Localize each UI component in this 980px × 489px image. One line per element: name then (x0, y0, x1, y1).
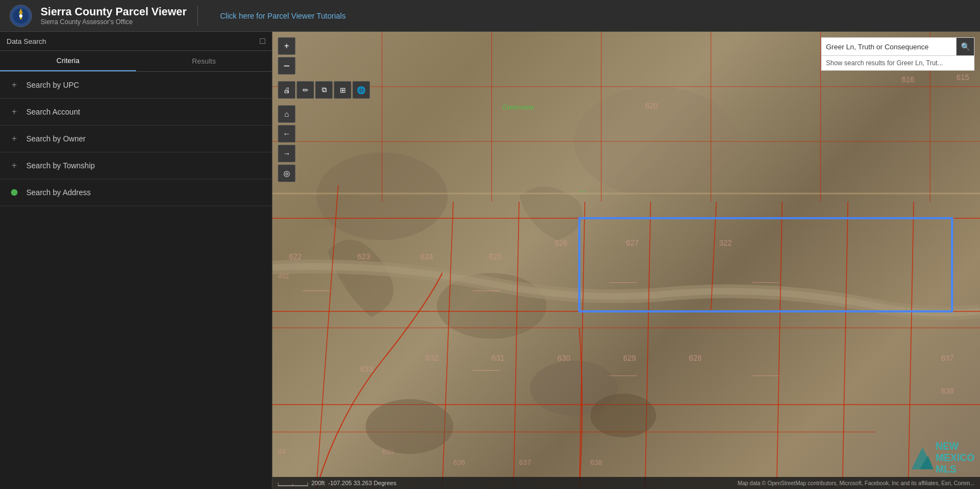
search-item-upc[interactable]: + Search by UPC (0, 72, 272, 99)
search-item-address-label: Search by Address (26, 188, 91, 197)
forward-button[interactable]: → (278, 145, 295, 162)
layers-button[interactable]: ⧉ (315, 81, 333, 99)
svg-line-17 (514, 202, 519, 489)
svg-line-16 (442, 202, 453, 489)
brand-new-mexico: NEW (936, 441, 975, 452)
svg-text:—————: ————— (472, 287, 500, 293)
svg-text:630: 630 (557, 354, 571, 362)
map-status-bar: 200ft -107.205 33.263 Degrees Map data ©… (272, 477, 980, 489)
search-item-owner-label: Search by Owner (26, 134, 86, 143)
svg-line-22 (842, 202, 848, 489)
edit-button[interactable]: ✏ (297, 81, 314, 99)
svg-point-69 (366, 399, 453, 454)
search-item-owner[interactable]: + Search by Owner (0, 126, 272, 152)
svg-text:624: 624 (420, 252, 434, 261)
search-items-list: + Search by UPC + Search Account + Searc… (0, 72, 272, 489)
svg-point-68 (590, 394, 656, 437)
scale-label: 200ft (311, 480, 324, 486)
svg-text:• •: • • (579, 188, 585, 195)
map-brand: NEW MEXICO MLS (911, 441, 975, 475)
coordinates-display: -107.205 33.263 Degrees (328, 480, 396, 486)
map-area[interactable]: 616 615 620 822 821 622 623 624 625 626 … (272, 32, 980, 489)
svg-text:629: 629 (623, 354, 636, 362)
svg-text:626: 626 (555, 238, 568, 247)
svg-text:—————: ————— (472, 367, 500, 373)
print-button[interactable]: 🖨 (278, 81, 295, 99)
svg-text:622: 622 (289, 252, 302, 261)
svg-text:637: 637 (519, 458, 531, 467)
svg-line-15 (316, 185, 338, 489)
back-button[interactable]: ← (278, 125, 295, 143)
svg-line-19 (645, 202, 651, 489)
svg-text:322: 322 (719, 238, 732, 247)
svg-text:628: 628 (689, 354, 702, 362)
search-item-township-label: Search by Township (26, 161, 95, 170)
svg-text:837: 837 (941, 354, 954, 362)
svg-text:Greenview: Greenview (503, 104, 534, 111)
map-attribution: Map data © OpenStreetMap contributors, M… (738, 480, 975, 486)
map-toolbar: + − 🖨 ✏ ⧉ ⊞ 🌐 ⌂ ← → ◎ (278, 37, 370, 182)
svg-text:615: 615 (956, 73, 970, 82)
search-item-address[interactable]: Search by Address (0, 179, 272, 206)
app-title: Sierra County Parcel Viewer (41, 5, 186, 18)
brand-mountain-icon (911, 445, 933, 472)
map-scale-bar: 200ft -107.205 33.263 Degrees (278, 479, 396, 487)
tab-criteria[interactable]: Criteria (0, 51, 136, 71)
home-button[interactable]: ⌂ (278, 105, 295, 123)
svg-text:462: 462 (278, 272, 289, 280)
app-subtitle: Sierra County Assessor's Office (41, 18, 186, 26)
map-search-input-wrap: 🔍 (821, 37, 975, 56)
svg-text:632: 632 (426, 354, 439, 362)
svg-text:627: 627 (626, 238, 639, 247)
svg-text:616: 616 (902, 75, 915, 84)
plus-icon-account: + (9, 106, 20, 117)
svg-text:—————: ————— (609, 279, 637, 285)
search-item-account-label: Search Account (26, 107, 80, 116)
brand-mls: MLS (936, 464, 975, 475)
tab-results[interactable]: Results (136, 51, 272, 71)
brand-mexico: MEXICO (936, 452, 975, 464)
panel-close-button[interactable]: □ (260, 36, 265, 46)
svg-point-3 (19, 14, 22, 18)
app-logo (9, 4, 33, 28)
dot-icon-address (9, 187, 20, 198)
zoom-out-button[interactable]: − (278, 57, 295, 75)
panel-title: Data Search (7, 37, 46, 46)
app-header: Sierra County Parcel Viewer Sierra Count… (0, 0, 980, 32)
plus-icon-upc: + (9, 79, 20, 90)
svg-text:—————: ————— (752, 279, 779, 285)
plus-icon-owner: + (9, 133, 20, 144)
zoom-in-button[interactable]: + (278, 37, 295, 55)
svg-text:—————: ————— (609, 372, 637, 378)
map-search-suggestion[interactable]: Show search results for Greer Ln, Trut..… (821, 56, 975, 71)
svg-text:633: 633 (360, 365, 373, 373)
panel-header: Data Search □ (0, 32, 272, 51)
main-area: Data Search □ Criteria Results + Search … (0, 32, 980, 489)
svg-text:—————: ————— (303, 287, 330, 293)
search-item-upc-label: Search by UPC (26, 81, 79, 89)
grid-button[interactable]: ⊞ (334, 81, 351, 99)
map-search-button[interactable]: 🔍 (956, 38, 974, 55)
svg-text:623: 623 (357, 252, 371, 261)
search-item-account[interactable]: + Search Account (0, 99, 272, 126)
svg-text:838: 838 (941, 386, 954, 395)
svg-text:631: 631 (492, 354, 505, 362)
header-title-block: Sierra County Parcel Viewer Sierra Count… (41, 5, 198, 26)
panel-tabs: Criteria Results (0, 51, 272, 72)
tutorial-link[interactable]: Click here for Parcel Viewer Tutorials (220, 12, 345, 20)
svg-line-21 (777, 202, 782, 489)
map-search-container: 🔍 Show search results for Greer Ln, Trut… (821, 37, 975, 71)
svg-text:625: 625 (489, 252, 502, 261)
svg-text:638: 638 (590, 458, 602, 467)
map-svg-overlay: 616 615 620 822 821 622 623 624 625 626 … (272, 32, 980, 489)
plus-icon-township: + (9, 160, 20, 171)
svg-text:620: 620 (645, 101, 658, 110)
svg-text:84: 84 (278, 447, 286, 456)
globe-button[interactable]: 🌐 (352, 81, 370, 99)
svg-text:—————: ————— (752, 372, 779, 378)
locate-button[interactable]: ◎ (278, 164, 295, 182)
map-search-input[interactable] (822, 39, 956, 55)
search-item-township[interactable]: + Search by Township (0, 152, 272, 179)
left-panel: Data Search □ Criteria Results + Search … (0, 32, 272, 489)
svg-text:636: 636 (453, 458, 465, 467)
